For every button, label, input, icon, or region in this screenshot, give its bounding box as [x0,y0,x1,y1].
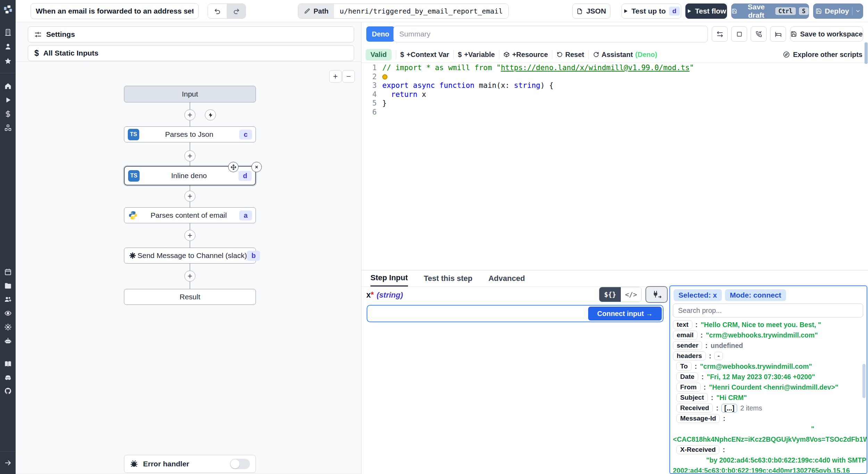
code-line [382,73,387,82]
prop-key[interactable]: Received [676,404,713,413]
undo-button[interactable] [208,4,227,18]
docs-book-icon[interactable] [4,360,12,368]
trigger-bolt-button[interactable] [205,109,216,120]
node-id-badge: d [239,171,252,181]
prop-key[interactable]: Message-Id [676,414,720,423]
prop-key[interactable]: sender [673,341,702,350]
prop-key[interactable]: X-Received [676,445,719,454]
language-badge[interactable]: Deno [366,26,395,42]
code-mode-segment[interactable]: </> [621,287,641,302]
resources-boxes-icon[interactable] [4,124,12,132]
add-context-var-button[interactable]: $ +Context Var [400,51,449,59]
expand-array-button[interactable]: [...] [721,404,737,413]
test-up-to-button[interactable]: Test up to d [621,3,681,19]
template-mode-segment[interactable]: ${} [599,287,621,302]
path-field[interactable]: Path u/henri/triggered_by_email_report_e… [298,3,509,19]
play-icon [686,8,692,14]
phone-incoming-button[interactable] [751,26,767,42]
discord-icon[interactable] [4,374,12,382]
add-step-button[interactable]: + [184,191,195,202]
prop-key[interactable]: text [673,320,692,329]
github-icon[interactable] [4,387,12,395]
add-step-button[interactable]: + [184,150,195,161]
scrollbar-thumb[interactable] [865,42,868,64]
groups-users-icon[interactable] [4,296,12,303]
variables-dollar-icon[interactable] [4,110,12,118]
prop-row: Message-Id: [673,413,867,424]
summary-input[interactable] [393,26,708,42]
flow-node-input[interactable]: Input [124,86,256,102]
reload-swap-button[interactable] [712,26,728,42]
json-button[interactable]: JSON [572,3,610,19]
zoom-out-button[interactable]: − [342,70,355,83]
settings-gear-icon[interactable] [4,323,12,331]
explore-other-scripts-button[interactable]: Explore other scripts [783,47,862,63]
search-prop-input[interactable] [673,303,863,317]
test-flow-button[interactable]: Test flow [685,3,727,19]
delete-node-button[interactable] [251,162,262,172]
input-mode-toggle: ${} </> [599,287,642,302]
typescript-icon: TS [128,129,139,140]
flow-node-parses-to-json[interactable]: TS Parses to Json c [124,126,256,142]
prop-key[interactable]: To [676,362,692,371]
reset-button[interactable]: Reset [557,51,584,59]
add-variable-button[interactable]: $ +Variable [458,51,495,59]
script-editor-panel: Deno Save to workspace Valid $ +Context … [361,22,868,474]
tab-test-this-step[interactable]: Test this step [424,270,473,286]
save-icon [816,8,822,14]
tab-advanced[interactable]: Advanced [489,270,525,286]
add-step-button[interactable]: + [184,230,195,241]
prop-key[interactable]: Subject [676,393,708,402]
diff-bed-button[interactable] [770,26,786,42]
lightbulb-icon[interactable] [382,74,387,80]
windmill-logo[interactable] [3,5,12,14]
connect-input-button[interactable]: Connect input → [588,307,662,321]
save-to-workspace-button[interactable]: Save to workspace [790,26,863,42]
deploy-button[interactable]: Deploy [813,3,863,19]
collapse-button[interactable]: - [714,352,723,360]
prop-key[interactable]: Date [676,372,698,381]
runs-play-icon[interactable] [4,96,12,104]
compass-icon [783,51,790,58]
fullscreen-button[interactable] [731,26,747,42]
flow-settings-button[interactable]: Settings [28,26,354,42]
prop-key[interactable]: email [673,331,698,340]
flow-title-input[interactable] [31,3,199,19]
schedules-calendar-icon[interactable] [4,268,12,276]
add-step-button[interactable]: + [184,109,195,120]
redo-button[interactable] [227,4,245,18]
x-value-input[interactable] [368,307,588,321]
zoom-in-button[interactable]: + [329,70,342,83]
panel-divider [361,63,868,63]
prop-row: Received:[...]2 items [673,403,867,413]
all-static-inputs-button[interactable]: $ All Static Inputs [28,45,354,61]
connect-plug-button[interactable] [645,286,668,303]
home-icon[interactable] [4,82,12,90]
assistant-button[interactable]: Assistant (Deno) [593,51,657,59]
folders-icon[interactable] [4,282,12,290]
line-number: 1 [361,64,377,73]
flow-node-parses-content[interactable]: Parses content of email a [124,207,256,223]
user-icon[interactable] [4,43,12,50]
prop-key[interactable]: From [676,383,701,392]
audit-eye-icon[interactable] [4,309,12,317]
tab-step-input[interactable]: Step Input [370,270,408,286]
add-step-button[interactable]: + [184,271,195,282]
scrollbar-thumb[interactable] [862,364,866,398]
connect-status-badges: Selected: x Mode: connect [674,289,786,301]
code-editor[interactable]: 1 2 3 4 5 6 // import * as wmill from "h… [361,64,868,270]
collapse-arrow-icon[interactable] [4,459,12,467]
workers-robot-icon[interactable] [4,337,12,345]
save-draft-button[interactable]: Save draft Ctrl S [731,3,809,19]
refresh-icon [593,51,599,58]
rotate-ccw-icon [557,51,563,58]
flow-node-result[interactable]: Result [124,289,256,305]
workspace-icon[interactable] [4,28,12,36]
add-resource-button[interactable]: +Resource [503,51,548,59]
favorites-star-icon[interactable] [4,57,12,65]
move-node-button[interactable] [228,162,239,172]
prop-key[interactable]: headers [673,351,706,360]
flow-node-send-message-slack[interactable]: Send Message to Channel (slack) b [124,248,256,264]
error-handler-toggle[interactable] [230,459,250,469]
error-handler-node[interactable]: Error handler [124,455,256,473]
